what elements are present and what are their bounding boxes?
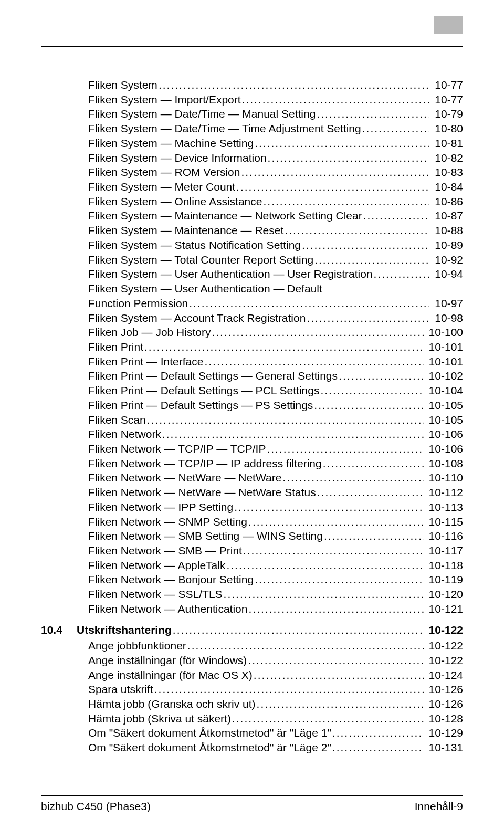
toc-leader [314, 253, 429, 267]
toc-label: Fliken Network — SMB — Print [88, 543, 242, 558]
toc-label: Fliken System — Meter Count [88, 180, 235, 194]
toc-leader [224, 587, 424, 602]
toc-entry: Fliken System — Date/Time — Manual Setti… [41, 107, 463, 121]
toc-entry: Hämta jobb (Skriva ut säkert)10-128 [41, 711, 463, 726]
toc-label: Spara utskrift [88, 682, 153, 697]
toc-leader [248, 602, 423, 616]
toc-page: 10-98 [432, 311, 463, 326]
toc-label: Om "Säkert dokument Åtkomstmetod" är "Lä… [88, 726, 331, 740]
toc-leader [173, 622, 424, 639]
toc-entry: Fliken System — Date/Time — Time Adjustm… [41, 121, 463, 136]
toc-page: 10-128 [426, 711, 463, 726]
toc-leader [374, 267, 430, 281]
toc-leader [236, 180, 429, 194]
toc-leader [159, 78, 429, 92]
toc-entry: Fliken System — Machine Setting10-81 [41, 136, 463, 151]
toc-label: Fliken System — User Authentication — Us… [88, 267, 373, 281]
toc-leader [362, 121, 430, 136]
toc-page: 10-77 [432, 92, 463, 107]
toc-entry: Om "Säkert dokument Åtkomstmetod" är "Lä… [41, 726, 463, 740]
toc-label: Fliken System — Maintenance — Network Se… [88, 208, 362, 223]
toc-label: Utskriftshantering [77, 622, 172, 639]
toc-leader [268, 151, 430, 165]
toc-page: 10-86 [432, 194, 463, 209]
toc-page: 10-131 [426, 740, 463, 755]
toc-label: Fliken Network — TCP/IP — TCP/IP [88, 442, 266, 456]
toc-leader [248, 515, 424, 529]
toc-page: 10-124 [426, 668, 463, 683]
toc-leader [324, 529, 424, 543]
toc-page: 10-88 [432, 223, 463, 238]
toc-label: Fliken Scan [88, 413, 146, 427]
toc-entry: Fliken Network — SSL/TLS10-120 [41, 587, 463, 602]
toc-entry: Fliken Network — AppleTalk10-118 [41, 558, 463, 573]
toc-entry: Ange inställningar (för Windows)10-122 [41, 653, 463, 668]
toc-entry: Fliken System — Import/Export10-77 [41, 92, 463, 107]
toc-page: 10-94 [432, 267, 463, 281]
toc-leader [248, 653, 423, 668]
toc-entry: Ange jobbfunktioner10-122 [41, 638, 463, 653]
toc-page: 10-101 [426, 340, 463, 354]
header-rule [41, 46, 463, 47]
toc-entry: Fliken System — ROM Version10-83 [41, 165, 463, 180]
toc-page: 10-84 [432, 180, 463, 194]
toc-entry: Fliken System — Meter Count10-84 [41, 180, 463, 194]
toc-label: Fliken Network — Bonjour Setting [88, 572, 254, 587]
toc-entry: Fliken System10-77 [41, 78, 463, 92]
toc-label: Fliken Print — Default Settings — PS Set… [88, 398, 313, 413]
toc-label: Fliken System — Status Notification Sett… [88, 238, 301, 253]
toc-leader [282, 470, 423, 485]
toc-entry: Fliken Network — SNMP Setting10-115 [41, 515, 463, 529]
toc-entry: Fliken Network — IPP Setting10-113 [41, 500, 463, 515]
toc-page: 10-116 [426, 529, 463, 543]
toc-page: 10-110 [426, 470, 463, 485]
toc-leader [204, 354, 423, 369]
toc-section: 10.4Utskriftshantering10-122 [41, 622, 463, 639]
toc-page: 10-126 [426, 682, 463, 697]
toc-page: 10-113 [426, 500, 463, 515]
toc-entry: Fliken Network — TCP/IP — TCP/IP10-106 [41, 442, 463, 456]
toc-label: Fliken Print [88, 340, 143, 354]
toc-page: 10-122 [426, 638, 463, 653]
toc-entry: Fliken Print — Default Settings — Genera… [41, 369, 463, 383]
toc-entry: Fliken Print — Default Settings — PS Set… [41, 398, 463, 413]
toc-leader [147, 413, 424, 427]
toc-label: Hämta jobb (Granska och skriv ut) [88, 697, 256, 711]
toc-page: 10-112 [426, 485, 463, 500]
toc-entry: Hämta jobb (Granska och skriv ut)10-126 [41, 697, 463, 711]
toc-page: 10-79 [432, 107, 463, 121]
toc-label: Fliken System — Import/Export [88, 92, 241, 107]
toc-leader [317, 107, 429, 121]
toc-page: 10-104 [426, 383, 463, 398]
toc-label: Fliken Network — SMB Setting — WINS Sett… [88, 529, 323, 543]
toc-leader [255, 136, 429, 151]
toc-label: Fliken System — Total Counter Report Set… [88, 253, 313, 267]
table-of-contents: Fliken System10-77Fliken System — Import… [41, 78, 463, 755]
toc-label: Fliken Network — AppleTalk [88, 558, 225, 573]
toc-label: Hämta jobb (Skriva ut säkert) [88, 711, 231, 726]
toc-leader [242, 92, 430, 107]
toc-label: Fliken System — Date/Time — Time Adjustm… [88, 121, 361, 136]
toc-leader [243, 543, 424, 558]
toc-page: 10-121 [426, 602, 463, 616]
toc-page: 10-77 [432, 78, 463, 92]
toc-entry: Fliken Job — Job History10-100 [41, 325, 463, 340]
toc-label: Fliken System — User Authentication — De… [88, 281, 463, 296]
toc-label: Function Permission [88, 296, 188, 311]
toc-entry: Om "Säkert dokument Åtkomstmetod" är "Lä… [41, 740, 463, 755]
toc-entry: Fliken Network10-106 [41, 427, 463, 442]
document-page: Fliken System10-77Fliken System — Import… [0, 0, 504, 839]
toc-page: 10-108 [426, 456, 463, 471]
toc-leader [187, 638, 424, 653]
toc-leader [234, 500, 423, 515]
toc-label: Fliken Print — Interface [88, 354, 203, 369]
toc-page: 10-122 [426, 653, 463, 668]
toc-leader [144, 340, 424, 354]
toc-label: Om "Säkert dokument Åtkomstmetod" är "Lä… [88, 740, 331, 755]
toc-page: 10-129 [426, 726, 463, 740]
toc-leader [255, 572, 423, 587]
toc-label: Fliken System — Machine Setting [88, 136, 254, 151]
toc-label: Fliken Network — SNMP Setting [88, 515, 247, 529]
toc-leader [226, 558, 423, 573]
toc-page: 10-102 [426, 369, 463, 383]
